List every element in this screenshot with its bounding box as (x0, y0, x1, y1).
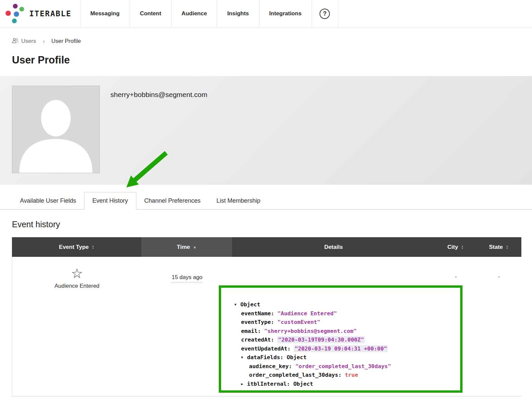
nav-item-label: Audience (182, 10, 207, 17)
json-line-datafields: ▼dataFields:Object (234, 353, 455, 362)
breadcrumb: Users › User Profile (0, 28, 532, 45)
tab-available-user-fields[interactable]: Available User Fields (12, 192, 84, 210)
state-cell: - (476, 257, 521, 396)
json-key: Object (240, 301, 260, 308)
json-line-audience-key: audience_key:"order_completed_last_30day… (234, 362, 455, 371)
json-key: eventType: (241, 319, 274, 325)
nav-item-insights[interactable]: Insights (217, 0, 259, 27)
nav-item-integrations[interactable]: Integrations (259, 0, 312, 27)
nav-item-label: Integrations (269, 10, 302, 17)
json-key: dataFields: (247, 354, 283, 360)
json-line-root: ▼Object (234, 300, 455, 309)
column-header-label: Event Type (59, 244, 88, 251)
json-value: "customEvent" (277, 319, 320, 325)
help-icon: ? (320, 9, 330, 19)
iterable-logo[interactable]: ITERABLE (0, 0, 80, 27)
event-history-heading: Event history (12, 220, 532, 229)
tab-event-history[interactable]: Event History (84, 192, 136, 210)
nav-item-label: Content (140, 10, 161, 17)
profile-tabs: Available User Fields Event History Chan… (0, 192, 532, 210)
nav-item-audience[interactable]: Audience (171, 0, 217, 27)
avatar (12, 86, 100, 173)
json-value: true (345, 372, 358, 378)
tab-channel-preferences[interactable]: Channel Preferences (136, 192, 208, 210)
tab-label: Event History (92, 197, 128, 204)
iterable-logo-icon (5, 2, 25, 25)
breadcrumb-users-label: Users (21, 38, 36, 45)
json-line-order-completed: order_completed_last_30days:true (234, 371, 455, 380)
profile-email: sherry+bobbins@segment.com (110, 91, 207, 99)
json-key: email: (241, 328, 261, 334)
column-header-label: Details (324, 244, 343, 251)
collapse-icon[interactable]: ▼ (241, 353, 247, 362)
json-line-eventname: eventName:"Audience Entered" (234, 309, 455, 318)
json-key: eventUpdatedAt: (241, 346, 291, 352)
json-key: audience_key: (249, 363, 292, 369)
brand-name: ITERABLE (29, 9, 71, 18)
nav-item-messaging[interactable]: Messaging (80, 0, 130, 27)
event-type-cell: ☆ Audience Entered (12, 257, 142, 396)
expand-icon[interactable]: ▶ (241, 380, 247, 389)
column-header-time[interactable]: Time ▼ (141, 237, 232, 257)
star-icon: ☆ (12, 267, 142, 280)
nav-item-label: Messaging (90, 10, 120, 17)
nav-item-content[interactable]: Content (130, 0, 171, 27)
json-value: Object (287, 354, 307, 360)
json-line-createdat: createdAt:"2020-03-19T09:04:30.000Z" (234, 336, 455, 345)
json-value: "sherry+bobbins@segment.com" (264, 328, 357, 334)
json-line-eventtype: eventType:"customEvent" (234, 318, 455, 327)
details-json-annotation-box: ▼Object eventName:"Audience Entered" eve… (219, 285, 463, 393)
tab-label: List Membership (216, 197, 260, 204)
tab-list-membership[interactable]: List Membership (208, 192, 268, 210)
chevron-right-icon: › (43, 38, 45, 45)
tab-label: Channel Preferences (144, 197, 200, 204)
column-header-label: Time (177, 244, 190, 251)
details-cell: ▼Object eventName:"Audience Entered" eve… (232, 257, 435, 396)
json-value-highlighted: "2020-03-19 09:04:31 +00:00" (294, 345, 388, 352)
column-header-city[interactable]: City ▲▼ (435, 237, 476, 257)
breadcrumb-users-link[interactable]: Users (12, 38, 36, 45)
event-history-table: Event Type ▲▼ Time ▼ Details City ▲▼ Sta… (12, 237, 521, 396)
column-header-details[interactable]: Details (232, 237, 435, 257)
nav-item-label: Insights (227, 10, 249, 17)
json-line-itblinternal: ▶itblInternal:Object (234, 380, 455, 389)
json-value: "order_completed_last_30days" (295, 363, 391, 369)
sort-desc-icon: ▼ (193, 246, 197, 250)
event-type-label: Audience Entered (12, 283, 142, 289)
json-line-email: email:"sherry+bobbins@segment.com" (234, 327, 455, 336)
json-value: Object (293, 381, 313, 387)
breadcrumb-current: User Profile (51, 38, 81, 45)
json-key: eventName: (241, 310, 274, 317)
column-header-event-type[interactable]: Event Type ▲▼ (12, 237, 141, 257)
column-header-state[interactable]: State ▲▼ (476, 237, 521, 257)
profile-header-band: sherry+bobbins@segment.com (0, 76, 532, 185)
table-row: ☆ Audience Entered 15 days ago ▼Object e… (12, 257, 521, 396)
sort-icon: ▲▼ (92, 245, 94, 250)
json-key: order_completed_last_30days: (249, 372, 341, 378)
page-title: User Profile (12, 54, 532, 66)
column-header-label: City (447, 244, 458, 251)
json-key: itblInternal: (247, 381, 290, 387)
user-profile-page: ITERABLE Messaging Content Audience Insi… (0, 0, 532, 405)
json-value-highlighted: "2020-03-19T09:04:30.000Z" (277, 336, 364, 343)
tab-label: Available User Fields (20, 197, 76, 204)
sort-icon: ▲▼ (461, 245, 464, 250)
table-header-row: Event Type ▲▼ Time ▼ Details City ▲▼ Sta… (12, 237, 521, 257)
json-line-eventupdatedat: eventUpdatedAt:"2020-03-19 09:04:31 +00:… (234, 345, 455, 354)
relative-time[interactable]: 15 days ago (172, 274, 202, 282)
sort-icon: ▲▼ (506, 245, 508, 250)
users-icon (12, 38, 19, 45)
top-nav: ITERABLE Messaging Content Audience Insi… (0, 0, 532, 28)
collapse-icon[interactable]: ▼ (234, 300, 240, 309)
json-value: "Audience Entered" (277, 310, 337, 317)
help-button[interactable]: ? (312, 0, 338, 27)
column-header-label: State (489, 244, 503, 251)
json-key: createdAt: (241, 337, 274, 343)
